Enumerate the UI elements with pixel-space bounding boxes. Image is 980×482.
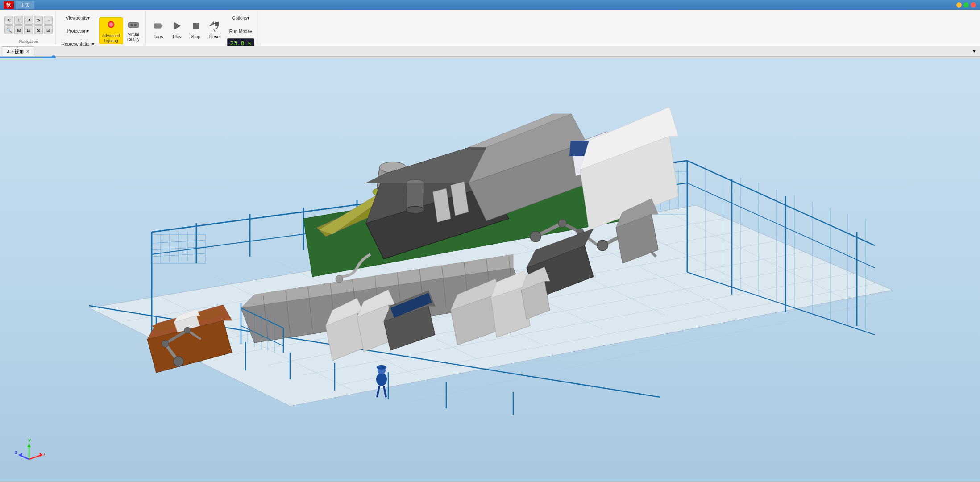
nav-btn-1[interactable]: ↖ xyxy=(4,16,13,25)
svg-point-156 xyxy=(174,357,183,366)
svg-marker-176 xyxy=(406,183,424,210)
svg-rect-5 xyxy=(154,24,161,28)
svg-point-168 xyxy=(376,373,387,386)
scene-svg xyxy=(0,58,980,482)
tags-icon xyxy=(153,20,164,33)
tab-label: 3D 视角 xyxy=(7,48,24,55)
3d-viewport[interactable]: x y z xyxy=(0,58,980,482)
lighting-icon xyxy=(105,18,117,33)
stop-btn[interactable]: Stop xyxy=(187,17,205,43)
viewpoints-btn[interactable]: Viewpoints▾ xyxy=(59,12,96,24)
svg-point-170 xyxy=(377,365,386,370)
nav-btn-2[interactable]: ↑ xyxy=(14,16,23,25)
nav-btn-7[interactable]: ⊞ xyxy=(14,25,23,34)
app-logo: 软 xyxy=(4,1,14,9)
virtual-reality-btn[interactable]: VirtualReality xyxy=(124,17,143,44)
svg-point-3 xyxy=(130,24,133,26)
reset-btn[interactable]: Reset xyxy=(206,17,224,43)
play-btn[interactable]: Play xyxy=(168,17,186,43)
svg-rect-8 xyxy=(193,23,199,29)
svg-marker-7 xyxy=(174,22,181,29)
vr-icon xyxy=(127,20,140,31)
3d-view-tab[interactable]: 3D 视角 ✕ xyxy=(2,46,34,56)
reset-label: Reset xyxy=(209,34,221,39)
navigation-group: ↖ ↑ ↗ ⟳ → 🔍 ⊞ ⊟ ⊠ ⊡ Navigation xyxy=(2,11,56,45)
stop-label: Stop xyxy=(191,34,201,39)
svg-marker-6 xyxy=(161,25,163,27)
virtual-reality-label: VirtualReality xyxy=(127,32,140,42)
advanced-lighting-btn[interactable]: AdvancedLighting xyxy=(99,17,123,44)
simulation-group: Tags Play Stop xyxy=(147,11,257,45)
navigation-items: ↖ ↑ ↗ ⟳ → 🔍 ⊞ ⊟ ⊠ ⊡ xyxy=(4,12,53,38)
svg-rect-2 xyxy=(128,22,139,28)
stop-icon xyxy=(190,20,202,33)
svg-point-1 xyxy=(109,23,113,26)
ribbon: ↖ ↑ ↗ ⟳ → 🔍 ⊞ ⊟ ⊠ ⊡ Navigation xyxy=(0,10,980,46)
view-group: Viewpoints▾ Projection▾ Representation▾ … xyxy=(57,11,146,45)
nav-btn-4[interactable]: ⟳ xyxy=(34,16,43,25)
axis-indicator: x y z xyxy=(13,437,45,468)
window-controls xyxy=(956,2,976,8)
tab-dropdown-btn[interactable]: ▼ xyxy=(970,48,978,54)
svg-marker-9 xyxy=(210,22,213,26)
nav-btn-3[interactable]: ↗ xyxy=(24,16,33,25)
svg-point-4 xyxy=(134,24,137,26)
svg-text:x: x xyxy=(43,451,45,457)
main-area: 3D 视角 ✕ ▼ xyxy=(0,46,980,482)
svg-marker-183 xyxy=(27,444,31,447)
simulation-items: Tags Play Stop xyxy=(149,12,254,48)
options-btn[interactable]: Options▾ xyxy=(227,12,254,24)
titlebar: 软 主页 xyxy=(0,0,980,10)
svg-rect-11 xyxy=(215,22,219,26)
nav-btn-8[interactable]: ⊟ xyxy=(24,25,33,34)
home-tab[interactable]: 主页 xyxy=(16,1,34,9)
tags-label: Tags xyxy=(154,34,163,39)
play-label: Play xyxy=(173,34,181,39)
svg-text:y: y xyxy=(28,437,31,442)
nav-btn-5[interactable]: → xyxy=(44,16,53,25)
navigation-label: Navigation xyxy=(4,38,53,45)
tags-btn[interactable]: Tags xyxy=(149,17,167,43)
tab-close-btn[interactable]: ✕ xyxy=(26,49,29,54)
tabbar: 3D 视角 ✕ ▼ xyxy=(0,46,980,57)
advanced-lighting-label: AdvancedLighting xyxy=(102,33,120,43)
play-icon xyxy=(171,20,183,33)
svg-text:z: z xyxy=(15,449,17,455)
svg-point-178 xyxy=(336,275,343,283)
svg-point-108 xyxy=(530,231,541,242)
projection-btn[interactable]: Projection▾ xyxy=(59,25,96,37)
svg-point-109 xyxy=(558,219,566,227)
run-mode-btn[interactable]: Run Mode▾ xyxy=(227,25,254,37)
nav-btn-10[interactable]: ⊡ xyxy=(44,25,53,34)
nav-btn-9[interactable]: ⊠ xyxy=(34,25,43,34)
view-items: Viewpoints▾ Projection▾ Representation▾ … xyxy=(59,12,143,50)
reset-icon xyxy=(209,20,221,33)
ribbon-content: ↖ ↑ ↗ ⟳ → 🔍 ⊞ ⊟ ⊠ ⊡ Navigation xyxy=(0,10,980,46)
svg-point-157 xyxy=(162,340,169,347)
svg-point-177 xyxy=(406,206,424,213)
svg-point-114 xyxy=(597,240,608,251)
svg-point-158 xyxy=(184,327,191,333)
nav-btn-6[interactable]: 🔍 xyxy=(4,25,13,34)
